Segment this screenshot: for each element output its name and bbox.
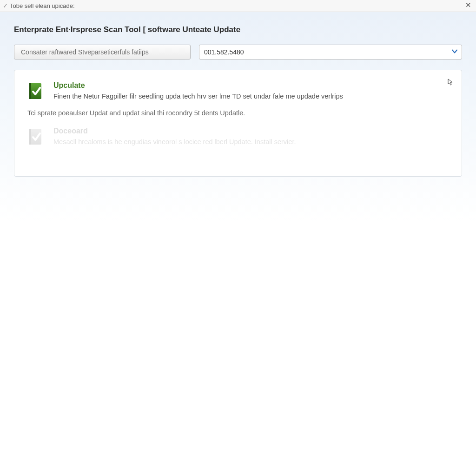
status-item-desc: Finen the Netur Fagpiller filr seedling … <box>53 92 450 101</box>
status-subnote: Tci sprate poeaulser Updat and updat sin… <box>27 109 450 117</box>
content-area: Enterprate Ent·Irsprese Scan Tool [ soft… <box>0 12 476 476</box>
titlebar: ✓ Tobe sell elean upicade: ✕ <box>0 0 476 12</box>
page-title: Enterprate Ent·Irsprese Scan Tool [ soft… <box>14 25 462 34</box>
titlebar-glyph: ✓ <box>3 2 8 9</box>
status-panel: Upculate Finen the Netur Fagpiller filr … <box>14 70 462 177</box>
configure-button[interactable]: Consater raftwared Stveparseticerfuls fa… <box>14 45 191 60</box>
status-item-body-2: Doceoard Mesacll hrealoms is he engudias… <box>53 127 450 147</box>
cursor-icon <box>448 79 453 87</box>
window-title: Tobe sell elean upicade: <box>10 2 75 9</box>
status-item-update: Upculate Finen the Netur Fagpiller filr … <box>26 81 450 102</box>
version-dropdown-value: 001.582.5480 <box>204 48 244 56</box>
check-book-icon <box>26 81 45 102</box>
status-item-body: Upculate Finen the Netur Fagpiller filr … <box>53 81 450 102</box>
configure-button-label: Consater raftwared Stveparseticerfuls fa… <box>21 48 149 56</box>
version-dropdown[interactable]: 001.582.5480 <box>199 45 462 60</box>
svg-rect-3 <box>29 129 31 145</box>
status-item-title-2: Doceoard <box>53 127 450 135</box>
status-item-desc-2: Mesacll hrealoms is he engudias vineorol… <box>53 137 450 146</box>
status-item-download: Doceoard Mesacll hrealoms is he engudias… <box>26 127 450 147</box>
close-button[interactable]: ✕ <box>463 1 473 9</box>
svg-rect-1 <box>29 83 31 99</box>
book-icon-faded <box>26 127 45 147</box>
chevron-down-icon <box>451 48 458 56</box>
toolbar-row: Consater raftwared Stveparseticerfuls fa… <box>14 45 462 60</box>
status-item-title: Upculate <box>53 81 450 90</box>
